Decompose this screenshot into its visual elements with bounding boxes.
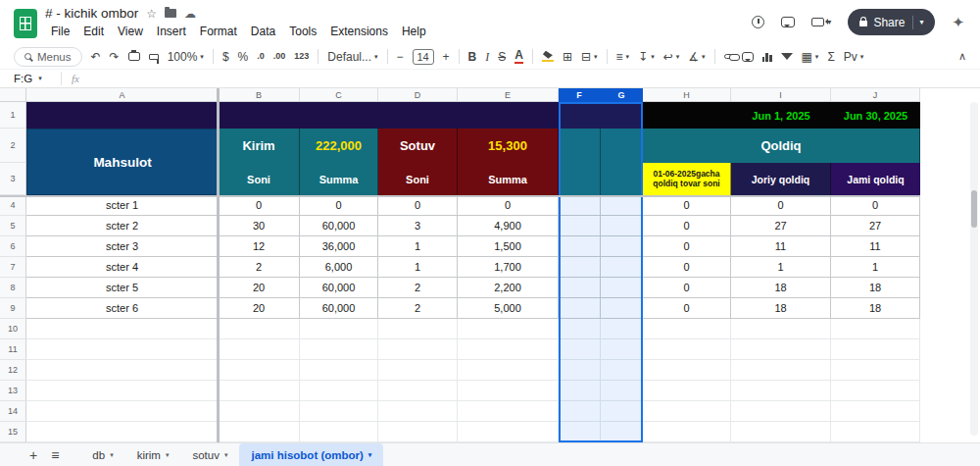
- cell-E11[interactable]: [458, 339, 559, 360]
- insert-link-icon[interactable]: [724, 54, 733, 59]
- sheet-tab-db[interactable]: db▾: [80, 443, 124, 466]
- cell-J13[interactable]: [831, 381, 920, 401]
- cell-E8[interactable]: 2,200: [458, 278, 559, 298]
- cell-C4[interactable]: 0: [300, 195, 378, 216]
- cell-H1[interactable]: [643, 102, 731, 129]
- text-rotation-dropdown[interactable]: ∡: [688, 50, 705, 64]
- cell-E4[interactable]: 0: [458, 195, 559, 216]
- cell-D10[interactable]: [378, 319, 458, 339]
- cell-C3[interactable]: Summa: [300, 163, 378, 195]
- cell-J4[interactable]: 0: [831, 195, 920, 216]
- cell-A5[interactable]: scter 2: [26, 216, 219, 236]
- row-header-13[interactable]: 13: [0, 381, 26, 401]
- cell-J10[interactable]: [831, 319, 920, 339]
- cell-E3[interactable]: Summa: [458, 163, 559, 195]
- cell-G1[interactable]: [601, 102, 643, 129]
- col-header-B[interactable]: B: [219, 88, 300, 102]
- cell-D6[interactable]: 1: [378, 236, 458, 257]
- cell-D5[interactable]: 3: [378, 216, 458, 236]
- cell-H15[interactable]: [643, 422, 731, 442]
- cell-H14[interactable]: [643, 401, 731, 422]
- italic-button[interactable]: I: [485, 51, 489, 63]
- decrease-font-size-button[interactable]: −: [397, 51, 404, 63]
- row-header-1[interactable]: 1: [0, 102, 26, 129]
- row-header-9[interactable]: 9: [0, 298, 26, 319]
- share-button[interactable]: Share ▾: [848, 9, 935, 35]
- cell-B10[interactable]: [219, 319, 300, 339]
- row-header-3[interactable]: 3: [0, 163, 26, 195]
- cell-I15[interactable]: [731, 422, 831, 442]
- select-all-corner[interactable]: [0, 88, 26, 102]
- cell-D13[interactable]: [378, 381, 458, 401]
- row-header-15[interactable]: 15: [0, 422, 26, 442]
- cell-J6[interactable]: 11: [831, 236, 920, 257]
- vertical-scrollbar[interactable]: [970, 102, 978, 436]
- doc-title[interactable]: # - kichik ombor: [45, 6, 138, 21]
- cell-C9[interactable]: 60,000: [300, 298, 378, 319]
- cell-A13[interactable]: [26, 381, 219, 401]
- comments-icon[interactable]: [781, 17, 795, 27]
- cell-B8[interactable]: 20: [219, 278, 300, 298]
- cell-E5[interactable]: 4,900: [458, 216, 559, 236]
- cell-A1[interactable]: [26, 102, 559, 129]
- cell-E12[interactable]: [458, 360, 559, 381]
- cell-B3[interactable]: Soni: [219, 163, 300, 195]
- font-size-input[interactable]: 14: [413, 49, 434, 65]
- menu-file[interactable]: File: [45, 25, 75, 38]
- row-header-12[interactable]: 12: [0, 360, 26, 381]
- cell-B13[interactable]: [219, 381, 300, 401]
- filter-views-dropdown[interactable]: ▦: [802, 50, 819, 64]
- cell-D9[interactable]: 2: [378, 298, 458, 319]
- cell-F14[interactable]: [559, 401, 601, 422]
- cell-H11[interactable]: [643, 339, 731, 360]
- name-box[interactable]: F:G ▾: [0, 73, 61, 84]
- cell-J14[interactable]: [831, 401, 920, 422]
- sheets-logo[interactable]: [14, 9, 37, 38]
- row-header-11[interactable]: 11: [0, 339, 26, 360]
- cell-E10[interactable]: [458, 319, 559, 339]
- cell-J1[interactable]: Jun 30, 2025: [831, 102, 920, 129]
- currency-format-button[interactable]: $: [222, 51, 229, 63]
- cell-D14[interactable]: [378, 401, 458, 422]
- sheet-tab-kirim[interactable]: kirim▾: [125, 443, 181, 466]
- vertical-align-dropdown[interactable]: ↧: [638, 50, 655, 64]
- create-filter-icon[interactable]: [781, 53, 793, 60]
- cell-J12[interactable]: [831, 360, 920, 381]
- cell-D7[interactable]: 1: [378, 257, 458, 278]
- cell-G5[interactable]: [601, 216, 643, 236]
- cell-G6[interactable]: [601, 236, 643, 257]
- cell-C13[interactable]: [300, 381, 378, 401]
- cell-E2[interactable]: 15,300: [458, 129, 559, 163]
- vertical-scrollbar-thumb[interactable]: [971, 190, 977, 228]
- menu-extensions[interactable]: Extensions: [324, 25, 394, 38]
- cell-C14[interactable]: [300, 401, 378, 422]
- horizontal-align-dropdown[interactable]: ≡: [616, 50, 630, 64]
- cell-G13[interactable]: [601, 381, 643, 401]
- cell-G10[interactable]: [601, 319, 643, 339]
- col-header-H[interactable]: H: [643, 88, 731, 102]
- cell-A2-A3-merged[interactable]: Mahsulot: [26, 129, 219, 195]
- cell-G11[interactable]: [601, 339, 643, 360]
- cell-A7[interactable]: scter 4: [26, 257, 219, 278]
- cell-G9[interactable]: [601, 298, 643, 319]
- functions-button[interactable]: Σ: [827, 51, 834, 63]
- cell-A8[interactable]: scter 5: [26, 278, 219, 298]
- cell-H4[interactable]: 0: [643, 195, 731, 216]
- cell-B15[interactable]: [219, 422, 300, 442]
- cell-G8[interactable]: [601, 278, 643, 298]
- cell-D8[interactable]: 2: [378, 278, 458, 298]
- cell-H5[interactable]: 0: [643, 216, 731, 236]
- cell-G2[interactable]: [601, 129, 643, 163]
- insert-chart-icon[interactable]: [762, 52, 772, 62]
- add-sheet-button[interactable]: +: [29, 448, 37, 462]
- star-icon[interactable]: ☆: [146, 8, 157, 20]
- cell-A6[interactable]: scter 3: [26, 236, 219, 257]
- cell-I4[interactable]: 0: [731, 195, 831, 216]
- cell-A14[interactable]: [26, 401, 219, 422]
- cell-E14[interactable]: [458, 401, 559, 422]
- move-folder-icon[interactable]: [165, 9, 176, 18]
- menu-insert[interactable]: Insert: [151, 25, 192, 38]
- cell-I5[interactable]: 27: [731, 216, 831, 236]
- cell-F12[interactable]: [559, 360, 601, 381]
- col-header-A[interactable]: A: [26, 88, 219, 102]
